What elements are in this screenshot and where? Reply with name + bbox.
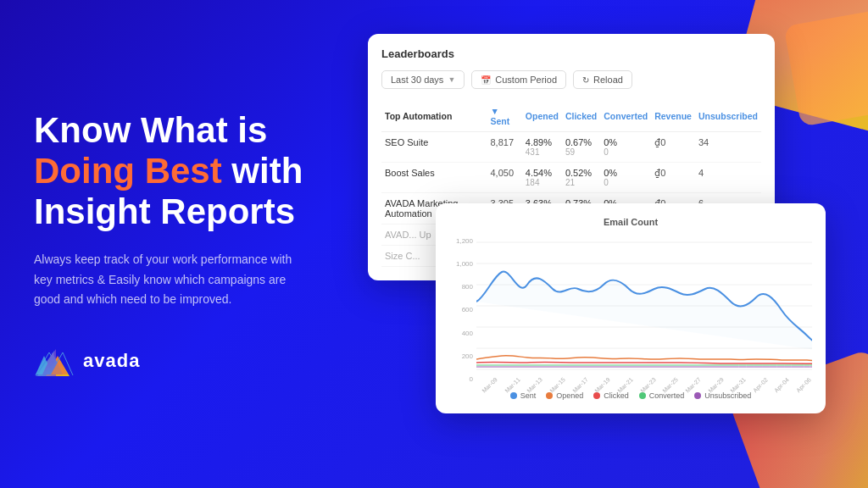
right-panel: Leaderboards Last 30 days ▼ 📅 Custom Per… [368, 34, 843, 466]
col-opened: Opened [522, 101, 562, 132]
custom-period-label: Custom Period [495, 75, 557, 85]
chart-inner: Mar-09Mar-11Mar-13Mar-15Mar-17Mar-19Mar-… [476, 234, 812, 386]
y-axis-label: 200 [449, 352, 473, 360]
custom-period-button[interactable]: 📅 Custom Period [471, 70, 566, 89]
reload-button[interactable]: ↻ Reload [573, 70, 632, 89]
cell-unsubscribed: 34 [695, 132, 761, 163]
leaderboard-title: Leaderboards [381, 47, 761, 60]
headline: Know What is Doing Best with Insight Rep… [34, 110, 356, 233]
x-axis: Mar-09Mar-11Mar-13Mar-15Mar-17Mar-19Mar-… [476, 383, 812, 389]
chart-area: 1,2001,0008006004002000 [449, 234, 812, 386]
calendar-icon: 📅 [481, 75, 491, 85]
table-row: SEO Suite 8,817 4.89%431 0.67%59 0%0 ₫0 … [381, 132, 761, 163]
left-panel: Know What is Doing Best with Insight Rep… [34, 0, 356, 488]
legend-label: Converted [649, 391, 685, 400]
headline-line1: Know What is [34, 110, 267, 150]
logo: avada [34, 344, 356, 378]
y-axis-label: 1,000 [449, 260, 473, 268]
reload-label: Reload [593, 75, 623, 85]
y-axis-label: 1,200 [449, 237, 473, 245]
table-row: Boost Sales 4,050 4.54%184 0.52%21 0%0 ₫… [381, 163, 761, 193]
chart-svg [476, 234, 812, 378]
col-sent: ▼ Sent [487, 101, 522, 132]
legend-label: Clicked [604, 391, 629, 400]
cell-name: SEO Suite [381, 132, 487, 163]
legend-dot [510, 392, 517, 399]
cell-sent: 8,817 [487, 132, 522, 163]
y-axis-label: 0 [449, 375, 473, 383]
y-axis: 1,2001,0008006004002000 [449, 234, 473, 386]
cell-name: Boost Sales [381, 163, 487, 193]
headline-highlight: Doing Best [34, 151, 222, 191]
legend-item: Unsubscribed [694, 391, 751, 400]
cell-opened: 4.89%431 [522, 132, 562, 163]
legend-dot [694, 392, 701, 399]
y-axis-label: 600 [449, 306, 473, 313]
col-converted: Converted [600, 101, 651, 132]
cell-revenue: ₫0 [651, 163, 695, 193]
col-unsubscribed: Unsubscribed [695, 101, 761, 132]
col-automation: Top Automation [381, 101, 487, 132]
legend-item: Converted [639, 391, 685, 400]
cell-converted: 0%0 [600, 132, 651, 163]
col-revenue: Revenue [651, 101, 695, 132]
headline-line3: with [222, 151, 303, 191]
cell-unsubscribed: 4 [695, 163, 761, 193]
cell-clicked: 0.67%59 [562, 132, 600, 163]
cell-opened: 4.54%184 [522, 163, 562, 193]
cell-converted: 0%0 [600, 163, 651, 193]
cell-revenue: ₫0 [651, 132, 695, 163]
period-filter-label: Last 30 days [391, 75, 443, 85]
period-filter-button[interactable]: Last 30 days ▼ [381, 70, 465, 89]
filters-row: Last 30 days ▼ 📅 Custom Period ↻ Reload [381, 70, 761, 89]
period-filter-arrow: ▼ [448, 75, 455, 84]
chart-card: Email Count 1,2001,0008006004002000 [436, 203, 826, 413]
logo-text: avada [83, 350, 140, 372]
avada-logo-icon [34, 344, 75, 378]
cell-clicked: 0.52%21 [562, 163, 600, 193]
col-clicked: Clicked [562, 101, 600, 132]
cell-sent: 4,050 [487, 163, 522, 193]
chart-legend: SentOpenedClickedConvertedUnsubscribed [449, 391, 812, 400]
description: Always keep track of your work performan… [34, 250, 305, 310]
headline-line4: Insight Reports [34, 191, 295, 231]
reload-icon: ↻ [582, 75, 589, 85]
chart-title: Email Count [449, 217, 812, 227]
y-axis-label: 400 [449, 330, 473, 337]
sort-icon: ▼ [491, 106, 499, 116]
legend-label: Opened [556, 391, 583, 400]
y-axis-label: 800 [449, 283, 473, 291]
legend-item: Sent [510, 391, 537, 400]
